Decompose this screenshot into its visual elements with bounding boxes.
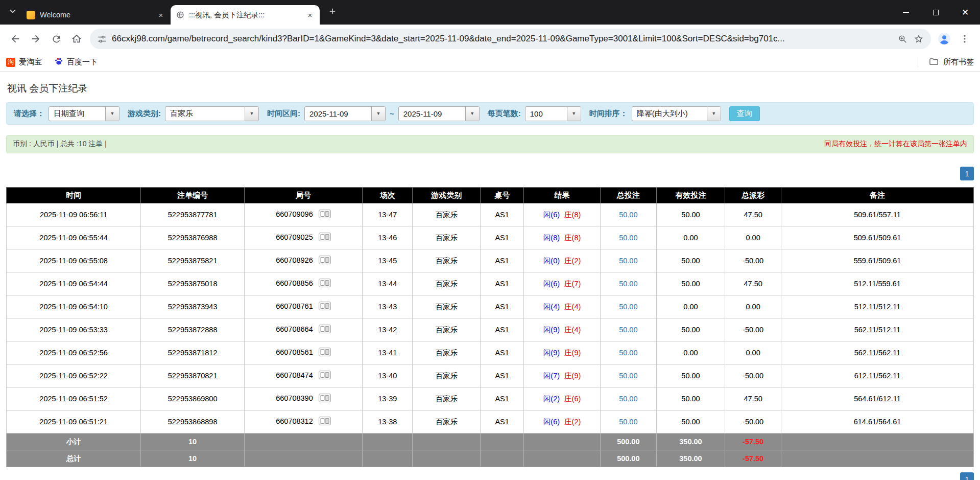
cell-payout: 47.50 (725, 203, 781, 226)
total-bet-link[interactable]: 50.00 (619, 349, 637, 357)
total-bet-link[interactable]: 50.00 (619, 234, 637, 242)
browser-menu-button[interactable] (954, 29, 975, 49)
total-valid-bet: 350.00 (656, 450, 725, 467)
chevron-down-icon[interactable]: ▼ (371, 107, 385, 121)
cell-empty (244, 433, 362, 450)
maximize-button[interactable] (921, 0, 950, 25)
result-player: 闲(9) (543, 349, 560, 357)
date-start-select[interactable]: 2025-11-09 ▼ (304, 106, 386, 121)
total-bet-link[interactable]: 50.00 (619, 372, 637, 380)
round-detail-icon[interactable] (319, 371, 331, 381)
bookmark-baidu[interactable]: 百度一下 (54, 57, 98, 67)
zoom-indicator-icon[interactable] (898, 34, 907, 44)
cell-table-no: AS1 (481, 318, 524, 341)
cell-round-id: 660708761 (244, 295, 362, 318)
cell-remark: 509.61/509.61 (781, 226, 974, 249)
cell-remark: 509.61/557.11 (781, 203, 974, 226)
cell-empty (524, 433, 601, 450)
cell-table-no: AS1 (481, 341, 524, 364)
page-1-button[interactable]: 1 (960, 167, 974, 180)
cell-payout: -50.00 (725, 410, 781, 433)
table-row: 2025-11-09 06:54:10 522953873943 6607087… (7, 295, 974, 318)
cell-round-id: 660709025 (244, 226, 362, 249)
minimize-button[interactable] (891, 0, 921, 25)
round-detail-icon[interactable] (319, 417, 331, 427)
forward-button[interactable] (26, 29, 46, 49)
summary-warning-text: 同局有效投注，统一计算在该局第一张注单内 (824, 140, 967, 149)
subtotal-count: 10 (141, 433, 245, 450)
total-bet-link[interactable]: 50.00 (619, 418, 637, 426)
cell-result: 闲(9) 庄(4) (524, 318, 601, 341)
round-detail-icon[interactable] (319, 348, 331, 358)
round-id-text: 660708312 (276, 417, 313, 425)
cell-bet-id: 522953871812 (141, 341, 245, 364)
query-type-select[interactable]: 日期查询 ▼ (49, 106, 119, 121)
site-settings-icon[interactable] (97, 34, 107, 44)
total-bet-link[interactable]: 50.00 (619, 303, 637, 311)
result-player: 闲(6) (543, 418, 560, 426)
round-detail-icon[interactable] (319, 210, 331, 220)
round-detail-icon[interactable] (319, 394, 331, 404)
filter-select-label: 请选择： (14, 109, 44, 119)
cell-bet-id: 522953877781 (141, 203, 245, 226)
round-detail-icon[interactable] (319, 233, 331, 243)
game-type-select[interactable]: 百家乐 ▼ (165, 106, 259, 121)
page-size-select[interactable]: 100 ▼ (525, 106, 581, 121)
chevron-down-icon[interactable]: ▼ (567, 107, 581, 121)
chevron-down-icon[interactable]: ▼ (105, 107, 119, 121)
bookmark-star-icon[interactable] (914, 34, 924, 44)
sort-select[interactable]: 降幂(由大到小) ▼ (632, 106, 721, 121)
header-payout: 总派彩 (725, 188, 781, 203)
total-bet-link[interactable]: 50.00 (619, 326, 637, 334)
cell-total-bet: 50.00 (600, 410, 656, 433)
total-bet-link[interactable]: 50.00 (619, 211, 637, 219)
cell-total-bet: 50.00 (600, 226, 656, 249)
all-bookmarks-button[interactable]: 所有书签 (918, 57, 974, 68)
taobao-icon: 淘 (6, 58, 15, 67)
close-tab-icon[interactable]: × (156, 10, 165, 19)
round-detail-icon[interactable] (319, 302, 331, 312)
omnibox[interactable]: 66cxkj98.com/game/betrecord_search/kind3… (90, 29, 931, 49)
total-bet-link[interactable]: 50.00 (619, 257, 637, 265)
chevron-down-icon[interactable]: ▼ (245, 107, 258, 121)
round-detail-icon[interactable] (319, 325, 331, 335)
cell-time: 2025-11-09 06:51:21 (7, 410, 141, 433)
bookmark-taobao[interactable]: 淘 爱淘宝 (6, 57, 42, 67)
header-valid-bet: 有效投注 (656, 188, 725, 203)
cell-round-id: 660708312 (244, 410, 362, 433)
close-window-button[interactable]: ✕ (950, 0, 980, 25)
chevron-down-icon[interactable]: ▼ (707, 107, 721, 121)
welcome-tab-favicon-icon (27, 11, 35, 19)
reload-button[interactable] (46, 29, 66, 49)
page-1-button[interactable]: 1 (960, 472, 974, 480)
date-end-select[interactable]: 2025-11-09 ▼ (398, 106, 480, 121)
cell-total-bet: 50.00 (600, 341, 656, 364)
chevron-down-icon[interactable]: ▼ (465, 107, 479, 121)
page-size-label: 每页笔数: (488, 109, 521, 119)
back-arrow-icon (10, 33, 21, 44)
tab-welcome[interactable]: Welcome × (21, 5, 171, 25)
tab-bet-records[interactable]: :::视讯, 会员下注纪录::: × (171, 5, 320, 25)
result-player: 闲(4) (543, 303, 560, 311)
back-button[interactable] (5, 29, 26, 49)
subtotal-total-bet: 500.00 (600, 433, 656, 450)
browser-toolbar: 66cxkj98.com/game/betrecord_search/kind3… (0, 25, 980, 53)
cell-valid-bet: 50.00 (656, 203, 725, 226)
profile-button[interactable] (934, 29, 954, 49)
page-title: 视讯 会员下注纪录 (7, 82, 974, 95)
cell-remark: 512.11/512.11 (781, 295, 974, 318)
cell-payout: -50.00 (725, 364, 781, 387)
cell-empty (524, 450, 601, 467)
tab-search-button[interactable] (4, 4, 21, 21)
cell-game-type: 百家乐 (413, 364, 481, 387)
close-tab-icon[interactable]: × (305, 10, 315, 19)
filter-bar: 请选择： 日期查询 ▼ 游戏类别: 百家乐 ▼ 时间区间: 2025-11-09… (6, 102, 974, 125)
round-detail-icon[interactable] (319, 279, 331, 289)
new-tab-button[interactable] (325, 5, 340, 20)
address-bar[interactable]: 66cxkj98.com/game/betrecord_search/kind3… (112, 34, 892, 44)
home-button[interactable] (66, 29, 87, 49)
search-button[interactable]: 查询 (729, 106, 760, 121)
total-bet-link[interactable]: 50.00 (619, 395, 637, 403)
total-bet-link[interactable]: 50.00 (619, 280, 637, 288)
round-detail-icon[interactable] (319, 256, 331, 266)
